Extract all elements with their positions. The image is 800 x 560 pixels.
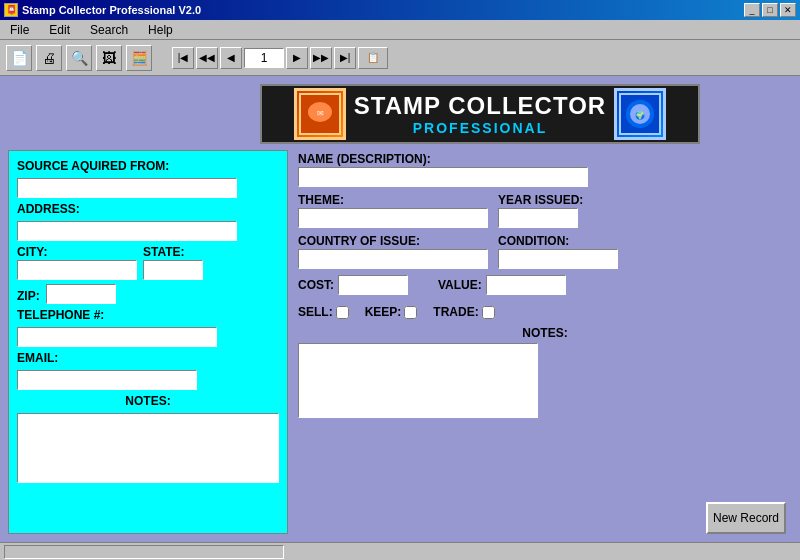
print-button[interactable]: 🖨 (36, 45, 62, 71)
cost-value-row: COST: VALUE: (298, 275, 792, 295)
notes-left-textarea[interactable] (17, 413, 279, 483)
country-label: COUNTRY OF ISSUE: (298, 234, 488, 248)
navigation-area: |◀ ◀◀ ◀ ▶ ▶▶ ▶| 📋 (172, 47, 388, 69)
cost-field-group: COST: (298, 275, 408, 295)
banner-stamp-right: 🌍 (614, 88, 666, 140)
year-input[interactable] (498, 208, 578, 228)
nav-export-button[interactable]: 📋 (358, 47, 388, 69)
menu-bar: File Edit Search Help (0, 20, 800, 40)
country-condition-row: COUNTRY OF ISSUE: CONDITION: (298, 234, 792, 269)
state-group: STATE: (143, 245, 203, 280)
zip-row: ZIP: (17, 284, 279, 304)
source-input[interactable] (17, 178, 237, 198)
city-input[interactable] (17, 260, 137, 280)
value-field-group: VALUE: (438, 275, 566, 295)
telephone-input[interactable] (17, 327, 217, 347)
theme-input[interactable] (298, 208, 488, 228)
zip-label: ZIP: (17, 289, 40, 303)
banner-title-area: STAMP COLLECTOR PROFESSIONAL (354, 92, 606, 136)
trade-item: TRADE: (433, 305, 494, 320)
theme-year-row: THEME: YEAR ISSUED: (298, 193, 792, 228)
form-area: SOURCE AQUIRED FROM: ADDRESS: CITY: STAT… (8, 150, 792, 534)
nav-prev-prev-button[interactable]: ◀◀ (196, 47, 218, 69)
window-title: Stamp Collector Professional V2.0 (22, 4, 201, 16)
sell-item: SELL: (298, 305, 349, 320)
title-bar-controls: _ □ ✕ (744, 3, 796, 17)
new-record-button[interactable]: New Record (706, 502, 786, 534)
toolbar: 📄 🖨 🔍 🖼 🧮 |◀ ◀◀ ◀ ▶ ▶▶ ▶| 📋 (0, 40, 800, 76)
email-input[interactable] (17, 370, 197, 390)
status-bar (0, 542, 800, 560)
value-input[interactable] (486, 275, 566, 295)
banner-stamp-left: ✉ (294, 88, 346, 140)
sell-label: SELL: (298, 305, 333, 319)
value-label: VALUE: (438, 278, 482, 292)
trade-checkbox[interactable] (482, 306, 495, 319)
title-bar: 📮 Stamp Collector Professional V2.0 _ □ … (0, 0, 800, 20)
status-panel (4, 545, 284, 559)
email-label: EMAIL: (17, 351, 279, 365)
banner-title-sub: PROFESSIONAL (413, 120, 547, 136)
condition-field-group: CONDITION: (498, 234, 618, 269)
state-label: STATE: (143, 245, 203, 259)
zip-input[interactable] (46, 284, 116, 304)
menu-edit[interactable]: Edit (43, 22, 76, 38)
telephone-label: TELEPHONE #: (17, 308, 279, 322)
name-field-group: NAME (DESCRIPTION): (298, 152, 792, 187)
name-label: NAME (DESCRIPTION): (298, 152, 792, 166)
cost-input[interactable] (338, 275, 408, 295)
keep-item: KEEP: (365, 305, 418, 320)
nav-first-button[interactable]: |◀ (172, 47, 194, 69)
city-label: CITY: (17, 245, 137, 259)
menu-help[interactable]: Help (142, 22, 179, 38)
state-input[interactable] (143, 260, 203, 280)
nav-last-button[interactable]: ▶| (334, 47, 356, 69)
menu-file[interactable]: File (4, 22, 35, 38)
page-number-input[interactable] (244, 48, 284, 68)
keep-checkbox[interactable] (404, 306, 417, 319)
keep-label: KEEP: (365, 305, 402, 319)
notes-left-label: NOTES: (17, 394, 279, 408)
trade-label: TRADE: (433, 305, 478, 319)
notes-right-label: NOTES: (298, 326, 792, 340)
condition-input[interactable] (498, 249, 618, 269)
svg-text:🌍: 🌍 (635, 110, 645, 120)
country-input[interactable] (298, 249, 488, 269)
svg-text:✉: ✉ (316, 109, 323, 118)
sell-checkbox[interactable] (336, 306, 349, 319)
nav-next-button[interactable]: ▶ (286, 47, 308, 69)
theme-label: THEME: (298, 193, 488, 207)
app-icon: 📮 (4, 3, 18, 17)
notes-right-area: NOTES: (298, 326, 792, 418)
right-panel: NAME (DESCRIPTION): THEME: YEAR ISSUED: … (298, 150, 792, 534)
city-state-row: CITY: STATE: (17, 245, 279, 280)
new-button[interactable]: 📄 (6, 45, 32, 71)
maximize-button[interactable]: □ (762, 3, 778, 17)
search-button[interactable]: 🔍 (66, 45, 92, 71)
banner: ✉ STAMP COLLECTOR PROFESSIONAL 🌍 (260, 84, 700, 144)
main-content: ✉ STAMP COLLECTOR PROFESSIONAL 🌍 SOURCE … (0, 76, 800, 542)
nav-prev-button[interactable]: ◀ (220, 47, 242, 69)
title-bar-left: 📮 Stamp Collector Professional V2.0 (4, 3, 201, 17)
country-field-group: COUNTRY OF ISSUE: (298, 234, 488, 269)
image-button[interactable]: 🖼 (96, 45, 122, 71)
menu-search[interactable]: Search (84, 22, 134, 38)
notes-right-textarea[interactable] (298, 343, 538, 418)
name-input[interactable] (298, 167, 588, 187)
theme-field-group: THEME: (298, 193, 488, 228)
minimize-button[interactable]: _ (744, 3, 760, 17)
city-group: CITY: (17, 245, 137, 280)
address-input[interactable] (17, 221, 237, 241)
checkbox-row: SELL: KEEP: TRADE: (298, 305, 792, 320)
address-label: ADDRESS: (17, 202, 279, 216)
left-panel: SOURCE AQUIRED FROM: ADDRESS: CITY: STAT… (8, 150, 288, 534)
year-field-group: YEAR ISSUED: (498, 193, 583, 228)
source-label: SOURCE AQUIRED FROM: (17, 159, 279, 173)
condition-label: CONDITION: (498, 234, 618, 248)
banner-title-main: STAMP COLLECTOR (354, 92, 606, 120)
close-button[interactable]: ✕ (780, 3, 796, 17)
calc-button[interactable]: 🧮 (126, 45, 152, 71)
cost-label: COST: (298, 278, 334, 292)
nav-next-next-button[interactable]: ▶▶ (310, 47, 332, 69)
year-label: YEAR ISSUED: (498, 193, 583, 207)
